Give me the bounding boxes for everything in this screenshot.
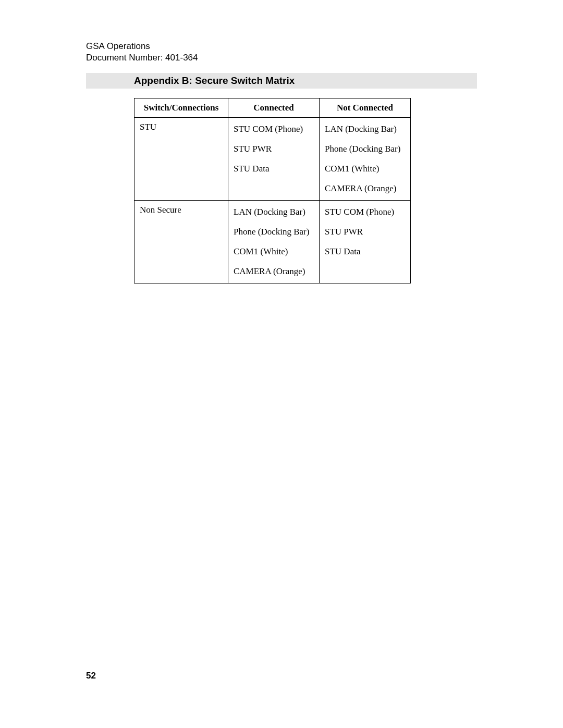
switch-matrix-table-wrap: Switch/Connections Connected Not Connect… [134,98,477,283]
header-org: GSA Operations [86,41,477,52]
cell-value: CAMERA (Orange) [325,181,405,196]
cell-value: STU PWR [234,142,314,162]
cell-value: STU PWR [325,225,405,244]
cell-value: STU COM (Phone) [325,205,405,225]
cell-value: LAN (Docking Bar) [325,122,405,142]
cell-not-connected: LAN (Docking Bar) Phone (Docking Bar) CO… [320,118,411,201]
cell-value: COM1 (White) [325,162,405,181]
cell-not-connected: STU COM (Phone) STU PWR STU Data [320,201,411,283]
cell-switch: Non Secure [134,201,228,283]
table-row: STU STU COM (Phone) STU PWR STU Data LAN… [134,118,411,201]
cell-value: CAMERA (Orange) [234,264,314,279]
cell-value: LAN (Docking Bar) [234,205,314,225]
cell-value: Phone (Docking Bar) [234,225,314,244]
col-header-not-connected: Not Connected [320,98,411,118]
page-content: GSA Operations Document Number: 401-364 … [0,0,563,283]
appendix-title: Appendix B: Secure Switch Matrix [134,75,295,86]
cell-value: Phone (Docking Bar) [325,142,405,162]
cell-value: STU COM (Phone) [234,122,314,142]
cell-connected: LAN (Docking Bar) Phone (Docking Bar) CO… [228,201,320,283]
col-header-connected: Connected [228,98,320,118]
appendix-heading-bar: Appendix B: Secure Switch Matrix [86,73,477,89]
cell-switch: STU [134,118,228,201]
table-header-row: Switch/Connections Connected Not Connect… [134,98,411,118]
switch-matrix-table: Switch/Connections Connected Not Connect… [134,98,411,283]
col-header-switch: Switch/Connections [134,98,228,118]
cell-connected: STU COM (Phone) STU PWR STU Data [228,118,320,201]
cell-value: STU Data [325,244,405,259]
page-number: 52 [86,671,96,681]
cell-value: COM1 (White) [234,244,314,264]
header-doc-number: Document Number: 401-364 [86,52,477,64]
table-row: Non Secure LAN (Docking Bar) Phone (Dock… [134,201,411,283]
cell-value: STU Data [234,162,314,176]
